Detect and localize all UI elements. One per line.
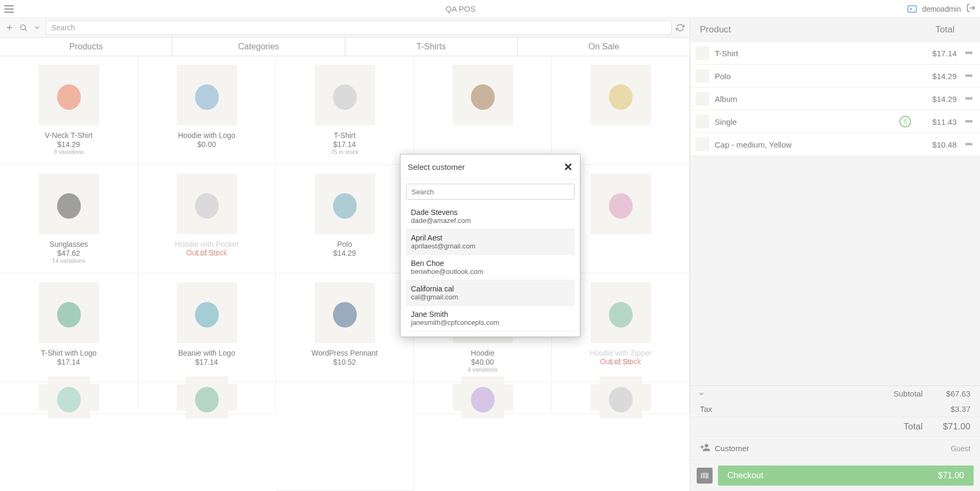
customer-name: California cal [411, 285, 569, 293]
customer-email: aprilaest@gmail.com [411, 242, 569, 250]
customer-list-item[interactable]: April Aest aprilaest@gmail.com [406, 229, 575, 255]
customer-name: Ben Choe [411, 259, 569, 268]
customer-list-item[interactable]: Dade Stevens dade@amazef.com [406, 204, 575, 229]
customer-name: April Aest [411, 234, 569, 242]
customer-list-item[interactable]: Jane Smith janesmith@cpfconcepts.com [406, 306, 575, 331]
customer-search-input[interactable] [406, 184, 575, 200]
customer-list-item[interactable]: Ben Choe benwhoe@outlook.com [406, 255, 575, 280]
customer-email: dade@amazef.com [411, 217, 569, 225]
customer-list: Dade Stevens dade@amazef.comApril Aest a… [401, 204, 580, 337]
customer-name: Jane Smith [411, 310, 569, 318]
customer-name: Dade Stevens [411, 208, 569, 217]
close-icon[interactable]: × [564, 160, 572, 174]
customer-email: benwhoe@outlook.com [411, 268, 569, 275]
customer-email: cal@gmail.com [411, 293, 569, 301]
customer-list-item[interactable]: California cal cal@gmail.com [406, 280, 575, 306]
customer-email: janesmith@cpfconcepts.com [411, 318, 569, 326]
select-customer-modal: Select customer × Dade Stevens dade@amaz… [400, 154, 580, 337]
modal-overlay: Select customer × Dade Stevens dade@amaz… [0, 0, 980, 491]
modal-title: Select customer [408, 162, 565, 171]
